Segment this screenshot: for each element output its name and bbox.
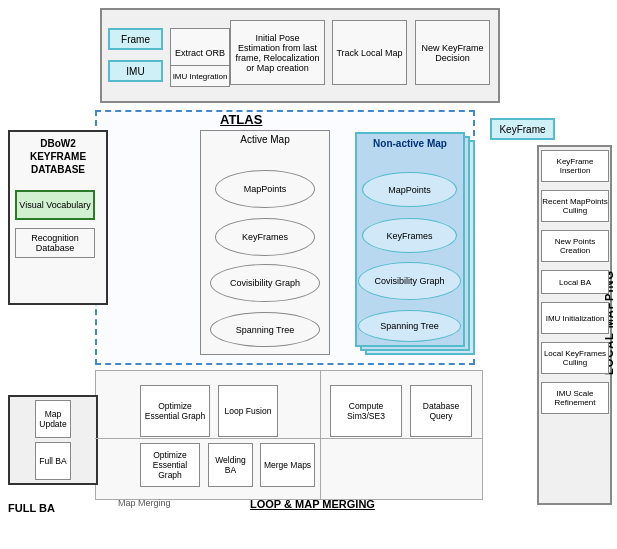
dbow2-label: DBoW2 KEYFRAME DATABASE	[10, 132, 106, 178]
map-update-label: Map Update	[38, 409, 68, 429]
active-mappoints-label: MapPoints	[244, 184, 287, 194]
full-ba-box-inner: Full BA	[35, 442, 71, 480]
frame-label: Frame	[121, 34, 150, 45]
track-local-map-box: Track Local Map	[332, 20, 407, 85]
lm-local-keyframes-culling: Local KeyFrames Culling	[541, 342, 609, 374]
lm-local-ba: Local BA	[541, 270, 609, 294]
lm-imu-scale-refinement: IMU Scale Refinement	[541, 382, 609, 414]
active-spanning-label: Spanning Tree	[236, 325, 295, 335]
welding-ba-box: Welding BA	[208, 443, 253, 487]
divider-line	[95, 438, 483, 439]
new-keyframe-decision-label: New KeyFrame Decision	[419, 43, 486, 63]
active-covisibility-oval: Covisibility Graph	[210, 264, 320, 302]
vertical-divider	[320, 370, 321, 500]
imu-label: IMU	[126, 66, 144, 77]
visual-vocabulary-box: Visual Vocabulary	[15, 190, 95, 220]
active-mappoints-oval: MapPoints	[215, 170, 315, 208]
nonactive-covisibility-label: Covisibility Graph	[374, 276, 444, 286]
full-ba-outer: Map Update Full BA	[8, 395, 98, 485]
database-query-box: Database Query	[410, 385, 472, 437]
diagram: TRACKING Frame IMU Extract ORB IMU Integ…	[0, 0, 617, 549]
keyframe-connector-label: KeyFrame	[499, 124, 545, 135]
database-query-label: Database Query	[413, 401, 469, 421]
imu-box: IMU	[108, 60, 163, 82]
full-ba-inner-label: Full BA	[39, 456, 66, 466]
nonactive-covisibility-oval: Covisibility Graph	[358, 262, 461, 300]
nonactive-map-label: Non-active Map	[357, 134, 463, 153]
lm-keyframe-insertion: KeyFrame Insertion	[541, 150, 609, 182]
nonactive-mappoints-oval: MapPoints	[362, 172, 457, 207]
compute-sim3-label: Compute Sim3/SE3	[333, 401, 399, 421]
loop-fusion-box: Loop Fusion	[218, 385, 278, 437]
optimize-essential-graph-1-box: Optimize Essential Graph	[140, 385, 210, 437]
active-spanning-oval: Spanning Tree	[210, 312, 320, 347]
compute-sim3-box: Compute Sim3/SE3	[330, 385, 402, 437]
optimize-essential-graph-2-label: Optimize Essential Graph	[143, 450, 197, 480]
extract-orb-label: Extract ORB	[175, 48, 225, 58]
recognition-database-label: Recognition Database	[16, 233, 94, 253]
recognition-database-box: Recognition Database	[15, 228, 95, 258]
imu-integration-label: IMU Integration	[173, 72, 228, 81]
frame-box: Frame	[108, 28, 163, 50]
nonactive-mappoints-label: MapPoints	[388, 185, 431, 195]
lm-recent-mappoints-culling: Recent MapPoints Culling	[541, 190, 609, 222]
active-keyframes-oval: KeyFrames	[215, 218, 315, 256]
nonactive-spanning-label: Spanning Tree	[380, 321, 439, 331]
nonactive-keyframes-oval: KeyFrames	[362, 218, 457, 253]
full-ba-title: FULL BA	[8, 502, 55, 514]
pose-estimation-box: Initial Pose Estimation from last frame,…	[230, 20, 325, 85]
loop-fusion-label: Loop Fusion	[225, 406, 272, 416]
new-keyframe-decision-box: New KeyFrame Decision	[415, 20, 490, 85]
nonactive-keyframes-label: KeyFrames	[386, 231, 432, 241]
merge-maps-label: Merge Maps	[264, 460, 311, 470]
welding-ba-label: Welding BA	[211, 455, 250, 475]
active-covisibility-label: Covisibility Graph	[230, 278, 300, 288]
pose-estimation-label: Initial Pose Estimation from last frame,…	[234, 33, 321, 73]
map-merging-label: Map Merging	[118, 498, 171, 508]
atlas-title: ATLAS	[220, 112, 262, 127]
optimize-essential-graph-1-label: Optimize Essential Graph	[143, 401, 207, 421]
active-map-label: Active Map	[201, 131, 329, 148]
active-keyframes-label: KeyFrames	[242, 232, 288, 242]
loop-map-merging-title: LOOP & MAP MERGING	[250, 498, 375, 510]
merge-maps-box: Merge Maps	[260, 443, 315, 487]
optimize-essential-graph-2-box: Optimize Essential Graph	[140, 443, 200, 487]
keyframe-connector-box: KeyFrame	[490, 118, 555, 140]
nonactive-spanning-oval: Spanning Tree	[358, 310, 461, 342]
lm-imu-initialization: IMU Initialization	[541, 302, 609, 334]
visual-vocabulary-label: Visual Vocabulary	[19, 200, 90, 210]
track-local-map-label: Track Local Map	[336, 48, 402, 58]
lm-new-points-creation: New Points Creation	[541, 230, 609, 262]
map-update-box: Map Update	[35, 400, 71, 438]
imu-integration-box: IMU Integration	[170, 65, 230, 87]
